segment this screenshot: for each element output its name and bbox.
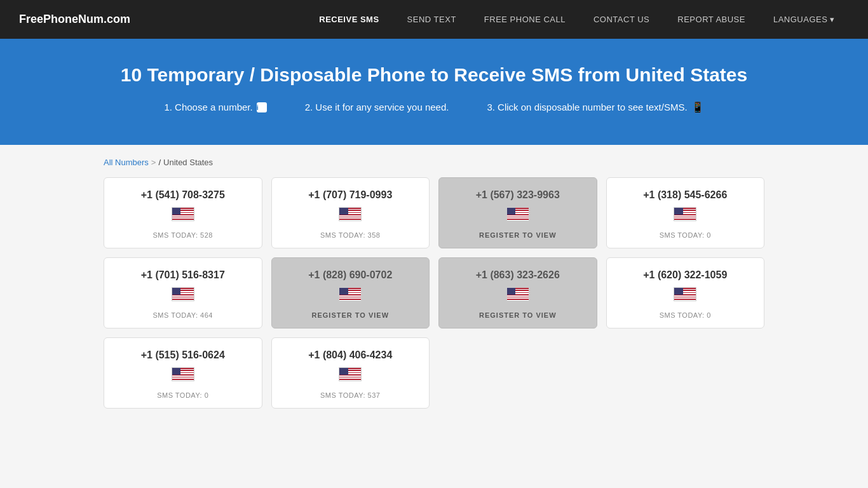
sms-count: REGISTER TO VIEW (278, 311, 423, 319)
phone-grid: +1 (541) 708-3275SMS TODAY: 528+1 (707) … (104, 177, 764, 409)
sms-count: REGISTER TO VIEW (445, 231, 590, 239)
nav-item-report-abuse: REPORT ABUSE (663, 0, 759, 39)
nav-item-languages: LANGUAGES ▾ (759, 0, 849, 39)
phone-number: +1 (804) 406-4234 (278, 349, 423, 361)
sms-count: SMS TODAY: 528 (111, 231, 255, 239)
flag-icon (613, 207, 758, 226)
phone-number: +1 (620) 322-1059 (613, 269, 758, 281)
flag-icon (445, 287, 590, 306)
hero-steps: 1. Choose a number. i 2. Use it for any … (13, 101, 855, 113)
flag-icon (278, 207, 423, 226)
sms-count: SMS TODAY: 0 (613, 231, 758, 239)
phone-card[interactable]: +1 (707) 719-0993SMS TODAY: 358 (271, 177, 430, 248)
hero-title: 10 Temporary / Disposable Phone to Recei… (13, 64, 855, 86)
phone-icon: 📱 (691, 101, 704, 113)
step-2-text: 2. Use it for any service you need. (305, 102, 449, 112)
phone-number: +1 (567) 323-9963 (445, 189, 590, 201)
hero-banner: 10 Temporary / Disposable Phone to Recei… (0, 39, 868, 145)
phone-card[interactable]: +1 (620) 322-1059SMS TODAY: 0 (606, 257, 765, 329)
step-2: 2. Use it for any service you need. (305, 101, 449, 113)
flag-icon (111, 367, 255, 386)
step-3: 3. Click on disposable number to see tex… (487, 101, 703, 113)
breadcrumb: All Numbers > / United States (104, 158, 764, 167)
phone-card[interactable]: +1 (804) 406-4234SMS TODAY: 537 (271, 337, 430, 409)
breadcrumb-current: United States (163, 158, 213, 167)
nav-item-free-phone-call: FREE PHONE CALL (470, 0, 580, 39)
flag-icon (613, 287, 758, 306)
phone-number: +1 (541) 708-3275 (111, 189, 255, 201)
nav-link-receive-sms[interactable]: RECEIVE SMS (305, 0, 393, 39)
nav-link-contact-us[interactable]: CONTACT US (580, 0, 663, 39)
phone-card[interactable]: +1 (828) 690-0702REGISTER TO VIEW (271, 257, 430, 329)
flag-icon (111, 287, 255, 306)
sms-count: SMS TODAY: 0 (111, 391, 255, 399)
sms-count: REGISTER TO VIEW (445, 311, 590, 319)
flag-icon (445, 207, 590, 226)
phone-number: +1 (707) 719-0993 (278, 189, 423, 201)
phone-number: +1 (863) 323-2626 (445, 269, 590, 281)
sms-count: SMS TODAY: 464 (111, 311, 255, 319)
nav-link-languages[interactable]: LANGUAGES ▾ (759, 0, 849, 39)
nav-item-receive-sms: RECEIVE SMS (305, 0, 393, 39)
sms-count: SMS TODAY: 358 (278, 231, 423, 239)
phone-number: +1 (701) 516-8317 (111, 269, 255, 281)
phone-card[interactable]: +1 (318) 545-6266SMS TODAY: 0 (606, 177, 765, 248)
phone-card[interactable]: +1 (567) 323-9963REGISTER TO VIEW (438, 177, 597, 248)
phone-card[interactable]: +1 (541) 708-3275SMS TODAY: 528 (104, 177, 262, 248)
phone-card[interactable]: +1 (515) 516-0624SMS TODAY: 0 (104, 337, 262, 409)
phone-number: +1 (318) 545-6266 (613, 189, 758, 201)
phone-number: +1 (515) 516-0624 (111, 349, 255, 361)
navbar: FreePhoneNum.com RECEIVE SMSSEND TEXTFRE… (0, 0, 868, 39)
flag-icon (278, 287, 423, 306)
breadcrumb-separator: > (151, 158, 156, 167)
nav-links: RECEIVE SMSSEND TEXTFREE PHONE CALLCONTA… (305, 0, 849, 39)
phone-number: +1 (828) 690-0702 (278, 269, 423, 281)
info-icon: i (257, 102, 267, 112)
step-1-text: 1. Choose a number. (164, 102, 252, 112)
nav-link-send-text[interactable]: SEND TEXT (393, 0, 470, 39)
nav-link-report-abuse[interactable]: REPORT ABUSE (663, 0, 759, 39)
main-content: All Numbers > / United States +1 (541) 7… (85, 145, 783, 434)
phone-card[interactable]: +1 (863) 323-2626REGISTER TO VIEW (438, 257, 597, 329)
phone-card[interactable]: +1 (701) 516-8317SMS TODAY: 464 (104, 257, 262, 329)
nav-item-send-text: SEND TEXT (393, 0, 470, 39)
flag-icon (111, 207, 255, 226)
breadcrumb-all-numbers[interactable]: All Numbers (104, 158, 149, 167)
flag-icon (278, 367, 423, 386)
brand-logo[interactable]: FreePhoneNum.com (19, 13, 130, 26)
breadcrumb-slash: / (158, 158, 161, 167)
step-3-text: 3. Click on disposable number to see tex… (487, 102, 687, 112)
nav-link-free-phone-call[interactable]: FREE PHONE CALL (470, 0, 580, 39)
sms-count: SMS TODAY: 0 (613, 311, 758, 319)
step-1: 1. Choose a number. i (164, 101, 266, 113)
nav-item-contact-us: CONTACT US (580, 0, 663, 39)
sms-count: SMS TODAY: 537 (278, 391, 423, 399)
